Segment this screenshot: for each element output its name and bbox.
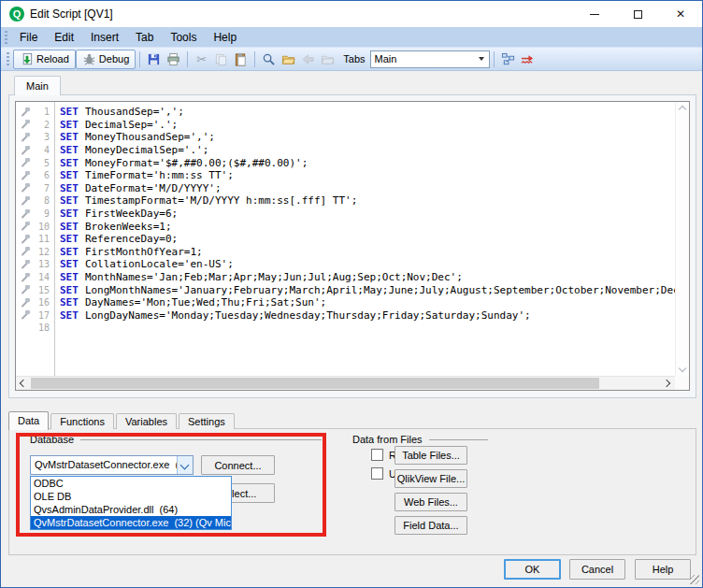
line-code: SETDecimalSep='.';: [54, 119, 178, 131]
line-code: SETMonthNames='Jan;Feb;Mar;Apr;May;Jun;J…: [54, 271, 463, 283]
paste-button[interactable]: [231, 50, 251, 69]
tabs-label: Tabs: [343, 53, 365, 65]
reload-label: Reload: [36, 53, 69, 65]
debug-button[interactable]: Debug: [76, 50, 136, 69]
hammer-icon[interactable]: [19, 309, 32, 321]
hammer-icon[interactable]: [19, 234, 32, 245]
open-script-file-button[interactable]: [279, 50, 298, 69]
hammer-icon[interactable]: [19, 284, 32, 295]
minimize-button[interactable]: [573, 1, 616, 27]
find-button[interactable]: [259, 50, 279, 69]
hammer-icon[interactable]: [19, 182, 32, 194]
tab-selector-combobox[interactable]: Main: [370, 50, 490, 68]
dropdown-option[interactable]: ODBC: [31, 477, 231, 490]
menu-item[interactable]: File: [11, 27, 46, 48]
cancel-button[interactable]: Cancel: [569, 559, 625, 580]
lower-tab[interactable]: Settings: [179, 413, 235, 429]
hammer-icon[interactable]: [19, 259, 32, 270]
hammer-icon[interactable]: [19, 221, 32, 232]
line-number: 1: [32, 107, 54, 117]
toolbar-separator: [187, 51, 188, 67]
table-viewer-button[interactable]: [498, 50, 518, 69]
scroll-up-icon[interactable]: [679, 106, 686, 113]
menu-item[interactable]: Help: [205, 27, 245, 48]
back-button[interactable]: [298, 50, 318, 69]
hammer-icon[interactable]: [19, 107, 32, 118]
code-area[interactable]: 1 SETThousandSep=','; 2 SETDecimalSep='.…: [16, 102, 675, 376]
script-line: 13 SETCollationLocale='en-US';: [16, 258, 675, 271]
hammer-icon[interactable]: [19, 145, 32, 156]
qlikview-file-button[interactable]: QlikView File...: [395, 469, 467, 488]
close-button[interactable]: ✕: [659, 1, 702, 27]
database-combobox[interactable]: QvMstrDatasetConnector.exe (32): [30, 455, 194, 475]
help-button[interactable]: Help: [635, 559, 691, 580]
syntax-check-button[interactable]: [518, 50, 538, 69]
reload-button[interactable]: Reload: [13, 50, 76, 69]
save-button[interactable]: [144, 50, 164, 69]
line-code: SETLongMonthNames='January;February;Marc…: [54, 284, 675, 296]
horizontal-scrollbar[interactable]: [16, 376, 675, 390]
hammer-icon[interactable]: [19, 132, 32, 143]
web-files-button[interactable]: Web Files...: [395, 493, 467, 511]
print-button[interactable]: [164, 50, 183, 69]
copy-button[interactable]: [211, 50, 231, 69]
scroll-down-icon[interactable]: [679, 365, 686, 372]
hammer-icon[interactable]: [19, 195, 32, 207]
hammer-icon[interactable]: [19, 208, 32, 220]
table-files-button[interactable]: Table Files...: [395, 446, 467, 465]
line-code: SETMoneyFormat='$#,##0.00;($#,##0.00)';: [54, 157, 308, 169]
database-group-header: Database: [30, 434, 322, 445]
tab-main[interactable]: Main: [14, 76, 61, 95]
database-dropdown-list: ODBCOLE DBQvsAdminDataProvider.dll (64)Q…: [30, 476, 232, 530]
line-number: 7: [32, 183, 54, 194]
paste-icon: [234, 52, 248, 66]
data-from-files-group-label: Data from Files: [352, 434, 423, 445]
save-icon: [147, 52, 161, 66]
reload-icon: [20, 52, 34, 66]
hammer-icon[interactable]: [19, 119, 32, 130]
menu-item[interactable]: Tools: [162, 27, 205, 48]
lower-tab[interactable]: Data: [8, 411, 49, 430]
cut-button[interactable]: ✂: [192, 50, 211, 69]
minimize-icon: [590, 14, 599, 15]
scroll-left-icon[interactable]: [16, 377, 30, 390]
hammer-icon[interactable]: [19, 297, 32, 308]
resize-grip[interactable]: [690, 575, 699, 584]
edit-script-dialog: Q Edit Script [QV1] ✕ FileEditInsertTabT…: [0, 0, 703, 588]
insert-script-file-button[interactable]: [318, 50, 337, 69]
lower-tab[interactable]: Variables: [116, 413, 177, 429]
ok-button[interactable]: OK: [504, 559, 561, 580]
hammer-icon[interactable]: [19, 272, 32, 283]
chevron-down-icon[interactable]: [475, 51, 489, 67]
chevron-down-icon[interactable]: [177, 456, 193, 474]
toolbar-drag-handle[interactable]: [7, 52, 9, 65]
scrollbar-thumb[interactable]: [31, 378, 599, 389]
scrollbar-track[interactable]: [30, 377, 661, 390]
hammer-icon[interactable]: [19, 170, 32, 181]
connect-button[interactable]: Connect...: [201, 455, 275, 475]
menubar-drag-handle[interactable]: [5, 31, 7, 44]
script-tab-page: 1 SETThousandSep=','; 2 SETDecimalSep='.…: [8, 94, 696, 398]
line-number: 15: [32, 285, 54, 295]
scrollbar-corner: [675, 376, 689, 390]
maximize-button[interactable]: [616, 1, 659, 27]
menu-item[interactable]: Insert: [82, 27, 127, 48]
lower-tab[interactable]: Functions: [50, 413, 114, 429]
menu-item[interactable]: Edit: [46, 27, 82, 48]
use-ftp-checkbox[interactable]: [371, 467, 383, 480]
scroll-right-icon[interactable]: [661, 377, 675, 390]
relative-paths-checkbox[interactable]: [371, 449, 383, 461]
dropdown-option[interactable]: QvMstrDatasetConnector.exe (32) (Qv Micr…: [31, 516, 231, 529]
hammer-icon[interactable]: [19, 157, 32, 168]
dropdown-option[interactable]: OLE DB: [31, 490, 231, 503]
field-data-button[interactable]: Field Data...: [395, 516, 467, 535]
hammer-icon[interactable]: [19, 246, 32, 257]
line-code: SETFirstWeekDay=6;: [54, 208, 178, 220]
toolbar-separator: [494, 51, 495, 67]
script-editor[interactable]: 1 SETThousandSep=','; 2 SETDecimalSep='.…: [15, 101, 690, 391]
table-viewer-icon: [501, 52, 515, 66]
dropdown-option[interactable]: QvsAdminDataProvider.dll (64): [31, 503, 231, 516]
hammer-icon[interactable]: [19, 323, 32, 334]
menu-item[interactable]: Tab: [127, 27, 162, 48]
vertical-scrollbar[interactable]: [675, 102, 689, 376]
